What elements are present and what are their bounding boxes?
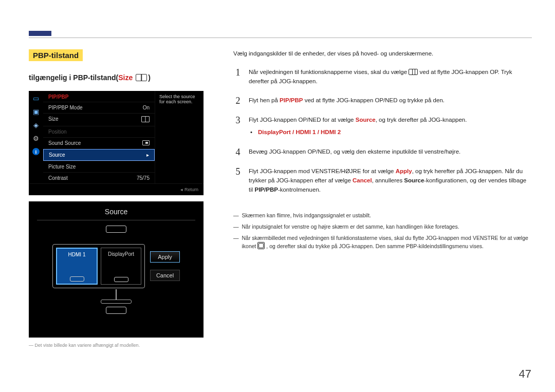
- osd-row-label: Contrast: [48, 175, 68, 181]
- step-4: 4 Bevæg JOG-knappen OP/NED, og vælg den …: [233, 142, 531, 162]
- split-icon: [141, 116, 150, 122]
- osd-row-contrast: Contrast 75/75: [43, 172, 155, 183]
- step-text: Flyt JOG-knappen OP/NED for at vælge: [249, 117, 356, 123]
- osd-menu-list: PIP/PBP PIP/PBP Mode On Size Position So…: [43, 91, 155, 183]
- footnotes: Skærmen kan flimre, hvis indgangssignale…: [233, 211, 531, 251]
- source-cycle-icon: [257, 242, 265, 249]
- osd-return-label: Return: [184, 187, 198, 192]
- step-text: ved at flytte JOG-knappen OP/NED og tryk…: [303, 97, 445, 103]
- monitor-stand-icon: [37, 289, 195, 304]
- step-keyword: Apply: [396, 168, 412, 174]
- source-pane-label: DisplayPort: [108, 251, 134, 257]
- input-options-list: DisplayPort / HDMI 1 / HDMI 2: [258, 128, 341, 137]
- step-text: , annulleres: [372, 177, 404, 183]
- osd-row-position: Position: [43, 126, 155, 137]
- source-pane-left: HDMI 1: [56, 248, 98, 285]
- osd-row-picture-size: Picture Size: [43, 161, 155, 172]
- step-keyword: Source: [356, 117, 376, 123]
- sub-heading: tilgængelig i PBP-tilstand(Size ): [29, 73, 209, 82]
- picture-icon: ▣: [32, 107, 40, 116]
- footnote-text: Skærmen kan flimre, hvis indgangssignale…: [242, 211, 372, 219]
- page-number: 47: [519, 367, 531, 381]
- step-text: -kontrolmenuen.: [278, 186, 321, 193]
- osd-row-label: Source: [49, 152, 65, 158]
- info-icon: i: [32, 148, 40, 155]
- step-text: Bevæg JOG-knappen OP/NED, og vælg den ek…: [249, 147, 531, 157]
- step-text: Når vejledningen til funktionsknapperne …: [249, 69, 409, 75]
- footnote-text: Når inputsignalet for venstre og højre s…: [242, 222, 459, 231]
- hdmi-port-icon: [106, 307, 126, 314]
- pbp-split-icon: [136, 74, 147, 81]
- step-number: 1: [233, 68, 243, 86]
- intro-text: Vælg indgangskilder til de enheder, der …: [233, 49, 531, 59]
- image-disclaimer: Det viste billede kan variere afhængigt …: [29, 343, 209, 348]
- osd-source-screenshot: Source HDMI 1 DisplayPort Apply Cancel: [29, 201, 203, 338]
- section-title: PBP-tilstand: [29, 49, 83, 61]
- source-pane-right: DisplayPort: [101, 248, 141, 285]
- step-text: , og tryk derefter på JOG-knappen.: [376, 117, 467, 123]
- step-1: 1 Når vejledningen til funktionsknappern…: [233, 63, 531, 91]
- step-text: Flyt JOG-knappen mod VENSTRE/HØJRE for a…: [249, 168, 396, 174]
- accent-bar: [29, 31, 51, 36]
- chevron-right-icon: ▸: [146, 152, 149, 158]
- displayport-icon: [114, 277, 128, 282]
- step-3: 3 Flyt JOG-knappen OP/NED for at vælge S…: [233, 110, 531, 142]
- apply-button: Apply: [150, 251, 180, 263]
- step-keyword: Cancel: [353, 177, 372, 183]
- osd-row-source-selected: Source ▸: [43, 149, 155, 161]
- osd-menu-screenshot: ▭ ▣ ◈ ⚙ i PIP/PBP PIP/PBP Mode On Size P…: [29, 91, 203, 195]
- monitor-icon: ▭: [32, 94, 40, 102]
- gear-icon: ⚙: [32, 134, 40, 142]
- monitor-frame-icon: HDMI 1 DisplayPort: [52, 244, 145, 288]
- osd-source-title: Source: [37, 208, 195, 220]
- steps-list: 1 Når vejledningen til funktionsknappern…: [233, 63, 531, 200]
- step-number: 5: [233, 167, 243, 194]
- osd-row-label: Size: [48, 116, 58, 123]
- osd-row-label: PIP/PBP Mode: [48, 105, 83, 110]
- source-pane-label: HDMI 1: [68, 252, 86, 257]
- step-number: 4: [233, 147, 243, 157]
- hdmi-port-icon: [70, 276, 84, 282]
- step-2: 2 Flyt hen på PIP/PBP ved at flytte JOG-…: [233, 91, 531, 110]
- osd-row-value: On: [143, 105, 150, 110]
- step-keyword: PIP/PBP: [255, 186, 278, 193]
- subhead-suffix: ): [148, 73, 151, 82]
- osd-row-value: 75/75: [137, 175, 150, 181]
- osd-icon-bar: ▭ ▣ ◈ ⚙ i: [29, 91, 43, 183]
- menu-grid-icon: [409, 69, 418, 75]
- osd-return: ◂ Return: [29, 183, 203, 195]
- horizontal-rule: [29, 38, 532, 38]
- hdmi-port-icon: [106, 226, 126, 233]
- left-column: PBP-tilstand tilgængelig i PBP-tilstand(…: [29, 49, 209, 348]
- step-keyword: PIP/PBP: [280, 97, 303, 103]
- osd-row-sound: Sound Source: [43, 137, 155, 149]
- cancel-button: Cancel: [150, 270, 180, 281]
- subhead-prefix: tilgængelig i PBP-tilstand(: [29, 73, 118, 82]
- osd-menu-title: PIP/PBP: [43, 91, 155, 102]
- step-number: 2: [233, 96, 243, 105]
- target-icon: ◈: [32, 121, 40, 129]
- pip-icon: [142, 140, 150, 145]
- osd-row-label: Position: [48, 129, 67, 135]
- osd-row-mode: PIP/PBP Mode On: [43, 102, 155, 113]
- step-5: 5 Flyt JOG-knappen mod VENSTRE/HØJRE for…: [233, 162, 531, 199]
- step-text: Flyt hen på: [249, 97, 280, 103]
- step-keyword: Source: [404, 177, 424, 183]
- footnote-text: , og derefter skal du trykke på JOG-knap…: [266, 243, 484, 249]
- step-number: 3: [233, 116, 243, 137]
- right-column: Vælg indgangskilder til de enheder, der …: [233, 49, 531, 254]
- osd-row-label: Sound Source: [48, 140, 81, 146]
- bullet-icon: •: [249, 128, 254, 137]
- osd-row-label: Picture Size: [48, 164, 76, 170]
- subhead-size-label: Size: [118, 73, 133, 82]
- osd-row-size: Size: [43, 113, 155, 126]
- osd-help-text: Select the source for each screen.: [155, 91, 203, 183]
